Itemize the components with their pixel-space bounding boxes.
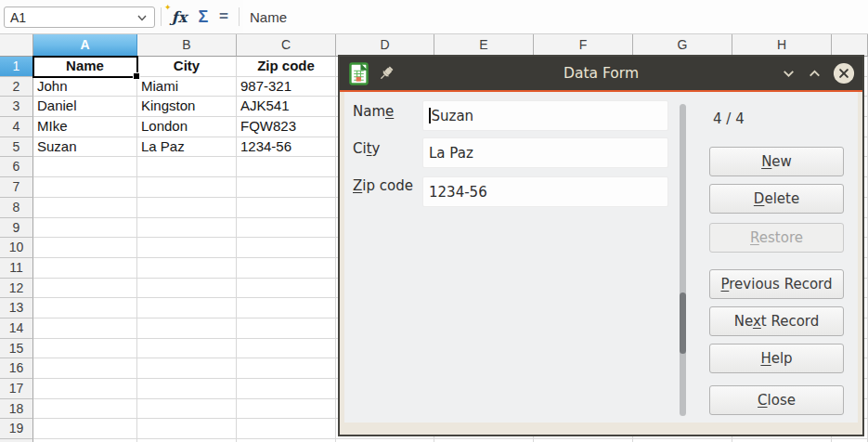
- cell-A4[interactable]: MIke: [33, 117, 137, 137]
- dialog-scrollbar[interactable]: [680, 104, 686, 416]
- cell-A10[interactable]: [33, 238, 137, 258]
- row-header-8[interactable]: 8: [0, 198, 33, 218]
- name-box[interactable]: A1: [4, 6, 155, 28]
- cell-C1[interactable]: Zip code: [237, 57, 336, 77]
- column-header-F[interactable]: F: [534, 34, 633, 57]
- column-header-A[interactable]: A: [33, 34, 137, 57]
- cell-A11[interactable]: [33, 258, 137, 279]
- cell-C15[interactable]: [237, 339, 336, 359]
- cell-A19[interactable]: [33, 419, 137, 439]
- cell-C2[interactable]: 987-321: [237, 77, 336, 98]
- cell-A17[interactable]: [33, 379, 137, 399]
- cell-C10[interactable]: [237, 238, 336, 258]
- cell-C5[interactable]: 1234-56: [237, 137, 336, 158]
- cell-B15[interactable]: [137, 339, 237, 359]
- row-header-12[interactable]: 12: [0, 279, 33, 299]
- select-all-corner[interactable]: [0, 34, 33, 57]
- row-header-15[interactable]: 15: [0, 339, 33, 359]
- formula-equals-icon[interactable]: =: [214, 5, 234, 29]
- cell-B16[interactable]: [137, 358, 237, 379]
- select-function-sum-icon[interactable]: Σ: [191, 5, 215, 29]
- cell-C12[interactable]: [237, 279, 336, 299]
- row-header-9[interactable]: 9: [0, 218, 33, 239]
- cell-A13[interactable]: [33, 298, 137, 318]
- cell-B8[interactable]: [137, 198, 237, 218]
- row-header-6[interactable]: 6: [0, 157, 33, 177]
- help-button[interactable]: Help: [709, 344, 844, 373]
- cell-C4[interactable]: FQW823: [237, 117, 336, 137]
- column-header-C[interactable]: C: [237, 34, 336, 57]
- cell-B5[interactable]: La Paz: [137, 137, 237, 158]
- cell-B13[interactable]: [137, 298, 237, 318]
- row-header-19[interactable]: 19: [0, 419, 33, 439]
- cell-A5[interactable]: Suzan: [33, 137, 137, 158]
- chevron-down-icon[interactable]: [136, 11, 149, 24]
- cell-C8[interactable]: [237, 198, 336, 218]
- cell-A12[interactable]: [33, 279, 137, 299]
- column-header-D[interactable]: D: [336, 34, 434, 57]
- cell-B10[interactable]: [137, 238, 237, 258]
- restore-button[interactable]: Restore: [709, 223, 844, 253]
- cell-B18[interactable]: [137, 399, 237, 420]
- column-header-G[interactable]: G: [633, 34, 732, 57]
- cell-B6[interactable]: [137, 157, 237, 177]
- cell-B2[interactable]: Miami: [137, 77, 237, 98]
- cell-C3[interactable]: AJK541: [237, 97, 336, 117]
- city-field[interactable]: La Paz: [422, 137, 668, 168]
- cell-C17[interactable]: [237, 379, 336, 399]
- row-header-7[interactable]: 7: [0, 177, 33, 198]
- row-header-5[interactable]: 5: [0, 137, 33, 158]
- cell-C19[interactable]: [237, 419, 336, 439]
- column-header-B[interactable]: B: [137, 34, 237, 57]
- name-field[interactable]: Suzan: [422, 100, 668, 131]
- zip-code-field[interactable]: 1234-56: [422, 176, 668, 207]
- row-header-11[interactable]: 11: [0, 258, 33, 279]
- close-window-button[interactable]: [833, 62, 855, 84]
- cell-A6[interactable]: [33, 157, 137, 177]
- cell-B17[interactable]: [137, 379, 237, 399]
- delete-button[interactable]: Delete: [709, 184, 844, 214]
- new-button[interactable]: New: [709, 147, 844, 176]
- row-header-2[interactable]: 2: [0, 77, 33, 98]
- cell-A3[interactable]: Daniel: [33, 97, 137, 117]
- cell-B7[interactable]: [137, 177, 237, 198]
- row-header-10[interactable]: 10: [0, 238, 33, 258]
- row-header-1[interactable]: 1: [0, 57, 33, 77]
- column-header-E[interactable]: E: [434, 34, 534, 57]
- cell-B1[interactable]: City: [137, 57, 237, 77]
- cell-B19[interactable]: [137, 419, 237, 439]
- cell-A18[interactable]: [33, 399, 137, 420]
- cell-A7[interactable]: [33, 177, 137, 198]
- column-header-extra[interactable]: [832, 34, 868, 57]
- cell-B14[interactable]: [137, 318, 237, 339]
- cell-B12[interactable]: [137, 279, 237, 299]
- close-button[interactable]: Close: [709, 385, 844, 415]
- previous-record-button[interactable]: Previous Record: [709, 269, 844, 299]
- cell-B9[interactable]: [137, 218, 237, 239]
- row-header-14[interactable]: 14: [0, 318, 33, 339]
- cell-A9[interactable]: [33, 218, 137, 239]
- cell-C9[interactable]: [237, 218, 336, 239]
- cell-A1[interactable]: Name: [33, 57, 137, 77]
- row-header-3[interactable]: 3: [0, 97, 33, 117]
- pin-icon[interactable]: [377, 64, 395, 83]
- function-wizard-icon[interactable]: ✦ ƒx: [167, 5, 191, 29]
- cell-C6[interactable]: [237, 157, 336, 177]
- cell-B3[interactable]: Kingston: [137, 97, 237, 117]
- scrollbar-thumb[interactable]: [680, 292, 686, 354]
- row-header-17[interactable]: 17: [0, 379, 33, 399]
- cell-C11[interactable]: [237, 258, 336, 279]
- cell-C18[interactable]: [237, 399, 336, 420]
- formula-input[interactable]: Name: [243, 0, 868, 33]
- row-header-16[interactable]: 16: [0, 358, 33, 379]
- cell-C13[interactable]: [237, 298, 336, 318]
- cell-C7[interactable]: [237, 177, 336, 198]
- chevron-up-button[interactable]: [803, 62, 825, 84]
- cell-C14[interactable]: [237, 318, 336, 339]
- dialog-titlebar[interactable]: Data Form: [340, 57, 862, 90]
- row-header-18[interactable]: 18: [0, 399, 33, 420]
- cell-B4[interactable]: London: [137, 117, 237, 137]
- column-header-H[interactable]: H: [732, 34, 832, 57]
- cell-B11[interactable]: [137, 258, 237, 279]
- row-header-4[interactable]: 4: [0, 117, 33, 137]
